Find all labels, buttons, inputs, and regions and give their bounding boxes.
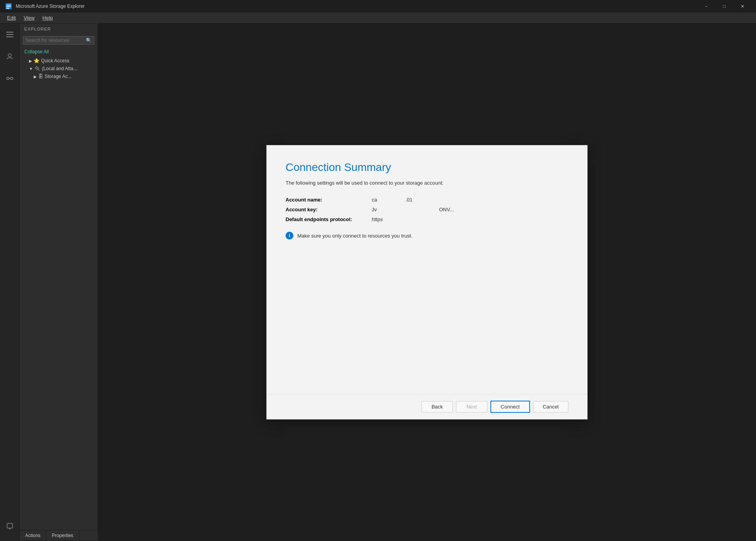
svg-rect-11 — [7, 523, 13, 528]
field-label-account-name: Account name: — [286, 197, 372, 203]
tab-properties[interactable]: Properties — [46, 530, 79, 541]
svg-rect-2 — [6, 6, 11, 7]
tab-actions[interactable]: Actions — [20, 530, 46, 541]
svg-rect-3 — [6, 8, 9, 9]
tree-item-label: Storage Ac... — [45, 74, 72, 79]
minimize-button[interactable]: − — [697, 0, 715, 13]
arrow-icon: ▶ — [34, 74, 37, 79]
info-icon: i — [286, 232, 293, 240]
main-content: Connection Summary The following setting… — [98, 24, 756, 541]
tree-item-quickaccess[interactable]: ▶ ⭐ Quick Access — [20, 57, 98, 65]
field-value-endpoints: https — [372, 216, 568, 222]
sidebar-icons — [0, 24, 20, 541]
summary-row-account-name: Account name: ca .01 — [286, 197, 568, 203]
title-bar: Microsoft Azure Storage Explorer − □ ✕ — [0, 0, 756, 13]
svg-point-8 — [7, 77, 9, 80]
field-value-account-name: ca .01 — [372, 197, 568, 203]
tree-item-local[interactable]: ▼ 🔌 (Local and Atta... — [20, 65, 98, 73]
arrow-icon: ▶ — [29, 59, 32, 63]
field-value-account-key: Jv ONV... — [372, 207, 568, 212]
storageac-icon: 🗄 — [38, 74, 43, 79]
tree-item-storageac[interactable]: ▶ 🗄 Storage Ac... — [20, 73, 98, 80]
summary-row-endpoints: Default endpoints protocol: https — [286, 216, 568, 222]
explorer-actions: Collapse All — [20, 46, 98, 57]
info-text: Make sure you only connect to resources … — [297, 233, 412, 239]
arrow-icon: ▼ — [29, 67, 33, 71]
back-button[interactable]: Back — [421, 401, 453, 412]
dialog-body: Connection Summary The following setting… — [267, 145, 587, 394]
explorer-panel: EXPLORER 🔍 Collapse All ▶ ⭐ Quick Access… — [20, 24, 98, 541]
explorer-header: EXPLORER — [20, 24, 98, 34]
menu-view[interactable]: View — [20, 13, 38, 22]
summary-row-account-key: Account key: Jv ONV... — [286, 207, 568, 212]
dialog-overlay: Connection Summary The following setting… — [98, 24, 756, 541]
search-input[interactable] — [25, 38, 86, 43]
field-label-endpoints: Default endpoints protocol: — [286, 216, 372, 222]
search-bar[interactable]: 🔍 — [23, 36, 94, 45]
info-box: i Make sure you only connect to resource… — [286, 232, 568, 240]
dialog-subtitle: The following settings will be used to c… — [286, 180, 568, 186]
menu-bar: Edit View Help — [0, 13, 756, 24]
svg-rect-6 — [6, 36, 13, 37]
next-button[interactable]: Next — [456, 401, 487, 412]
menu-edit[interactable]: Edit — [3, 13, 20, 22]
app-body: EXPLORER 🔍 Collapse All ▶ ⭐ Quick Access… — [0, 24, 756, 541]
tree-item-label: Quick Access — [41, 58, 69, 64]
app-icon — [5, 2, 13, 10]
svg-rect-1 — [6, 5, 11, 5]
svg-point-7 — [8, 54, 11, 57]
local-icon: 🔌 — [34, 66, 40, 71]
cancel-button[interactable]: Cancel — [533, 401, 568, 412]
svg-point-12 — [9, 528, 10, 530]
collapse-all-link[interactable]: Collapse All — [24, 49, 49, 54]
svg-point-9 — [11, 77, 13, 80]
close-button[interactable]: ✕ — [733, 0, 751, 13]
hamburger-icon[interactable] — [3, 27, 17, 42]
dialog-title: Connection Summary — [286, 161, 568, 174]
connect-icon[interactable] — [3, 71, 17, 85]
svg-rect-4 — [6, 32, 13, 33]
window-title: Microsoft Azure Storage Explorer — [16, 4, 697, 9]
search-icon: 🔍 — [86, 38, 92, 43]
account-icon[interactable] — [3, 49, 17, 64]
field-label-account-key: Account key: — [286, 207, 372, 212]
dialog-footer: Back Next Connect Cancel — [267, 394, 587, 419]
connect-button[interactable]: Connect — [490, 401, 530, 413]
feedback-icon[interactable] — [3, 519, 17, 533]
window-controls: − □ ✕ — [697, 0, 751, 13]
tree-item-label: (Local and Atta... — [42, 66, 77, 71]
menu-help[interactable]: Help — [38, 13, 57, 22]
quickaccess-icon: ⭐ — [34, 58, 40, 64]
bottom-tabs: Actions Properties — [20, 530, 98, 541]
maximize-button[interactable]: □ — [715, 0, 733, 13]
connection-summary-dialog: Connection Summary The following setting… — [266, 145, 588, 419]
svg-rect-5 — [6, 34, 13, 35]
